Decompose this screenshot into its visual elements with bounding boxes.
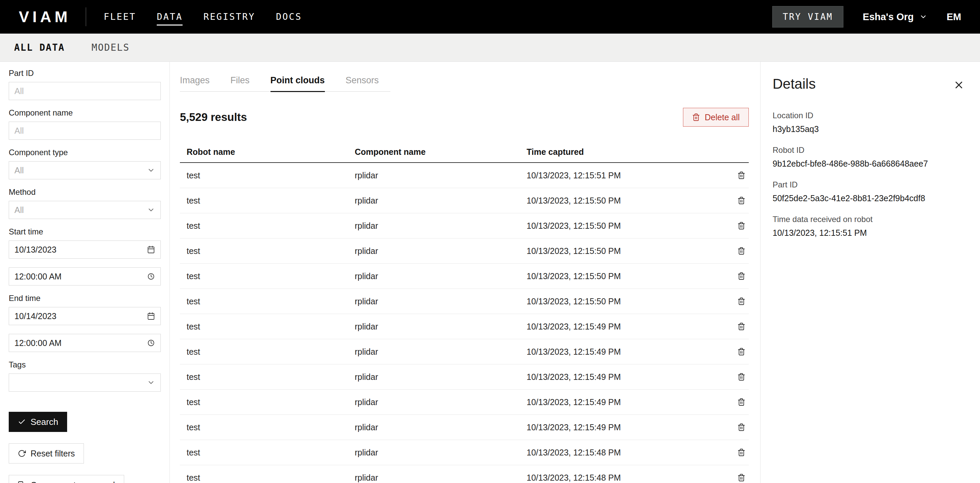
tags-select[interactable] <box>9 373 161 392</box>
cell-robot-name: test <box>186 422 355 432</box>
reset-filters-label: Reset filters <box>30 449 75 459</box>
component-type-select[interactable]: All <box>9 161 161 179</box>
table-row[interactable]: test rplidar 10/13/2023, 12:15:48 PM <box>180 440 749 465</box>
cell-robot-name: test <box>186 473 355 483</box>
table-row[interactable]: test rplidar 10/13/2023, 12:15:49 PM <box>180 364 749 390</box>
end-date-input[interactable]: 10/14/2023 <box>9 307 161 325</box>
search-button[interactable]: Search <box>9 412 67 432</box>
copy-export-command-button[interactable]: Copy export command <box>9 475 124 483</box>
table-row[interactable]: test rplidar 10/13/2023, 12:15:51 PM <box>180 163 749 188</box>
table-row[interactable]: test rplidar 10/13/2023, 12:15:50 PM <box>180 289 749 314</box>
trash-icon <box>737 322 745 330</box>
table-row[interactable]: test rplidar 10/13/2023, 12:15:50 PM <box>180 239 749 264</box>
tab-point-clouds[interactable]: Point clouds <box>270 75 325 92</box>
component-type-label: Component type <box>9 148 161 157</box>
trash-icon <box>737 398 745 406</box>
tab-all-data[interactable]: ALL DATA <box>14 42 65 53</box>
calendar-icon <box>147 245 155 253</box>
clock-icon <box>147 273 155 281</box>
trash-icon <box>737 222 745 230</box>
tab-sensors[interactable]: Sensors <box>346 75 379 92</box>
copy-icon <box>18 481 26 483</box>
delete-all-label: Delete all <box>705 113 740 122</box>
cell-time-captured: 10/13/2023, 12:15:49 PM <box>527 347 719 357</box>
tab-models[interactable]: MODELS <box>92 42 130 53</box>
row-delete-button[interactable] <box>734 218 749 233</box>
row-delete-button[interactable] <box>734 470 749 483</box>
cell-component-name: rplidar <box>355 448 527 457</box>
tab-images[interactable]: Images <box>180 75 210 92</box>
row-delete-button[interactable] <box>734 319 749 334</box>
delete-all-button[interactable]: Delete all <box>683 108 749 127</box>
tab-files[interactable]: Files <box>231 75 250 92</box>
cell-component-name: rplidar <box>355 397 527 407</box>
row-delete-button[interactable] <box>734 370 749 384</box>
row-delete-button[interactable] <box>734 395 749 410</box>
data-content: Images Files Point clouds Sensors 5,529 … <box>170 62 760 483</box>
column-robot-name: Robot name <box>186 147 355 157</box>
cell-time-captured: 10/13/2023, 12:15:50 PM <box>527 196 719 206</box>
table-row[interactable]: test rplidar 10/13/2023, 12:15:49 PM <box>180 415 749 440</box>
row-delete-button[interactable] <box>734 344 749 359</box>
row-delete-button[interactable] <box>734 294 749 309</box>
nav-item-fleet[interactable]: FLEET <box>104 8 136 26</box>
row-delete-button[interactable] <box>734 168 749 183</box>
row-delete-button[interactable] <box>734 420 749 435</box>
row-delete-button[interactable] <box>734 193 749 208</box>
reset-filters-button[interactable]: Reset filters <box>9 443 84 464</box>
end-time-input[interactable]: 12:00:00 AM <box>9 334 161 352</box>
filter-sidebar: Part ID Component name Component type Al… <box>0 62 170 483</box>
component-name-label: Component name <box>9 108 161 118</box>
try-viam-button[interactable]: TRY VIAM <box>772 6 843 27</box>
trash-icon <box>692 113 700 121</box>
nav-item-docs[interactable]: DOCS <box>276 8 302 26</box>
detail-value: h3yb135aq3 <box>773 124 967 134</box>
viam-logo[interactable]: VIAM <box>19 8 71 26</box>
close-details-button[interactable] <box>951 77 967 93</box>
table-row[interactable]: test rplidar 10/13/2023, 12:15:49 PM <box>180 339 749 364</box>
table-row[interactable]: test rplidar 10/13/2023, 12:15:49 PM <box>180 314 749 339</box>
detail-field-part-id: Part ID 50f25de2-5a3c-41e2-8b81-23e2f9b4… <box>773 180 967 203</box>
cell-component-name: rplidar <box>355 296 527 306</box>
part-id-input[interactable] <box>9 82 161 100</box>
cell-component-name: rplidar <box>355 347 527 357</box>
cell-component-name: rplidar <box>355 171 527 180</box>
table-row[interactable]: test rplidar 10/13/2023, 12:15:50 PM <box>180 213 749 239</box>
row-delete-button[interactable] <box>734 445 749 460</box>
search-button-label: Search <box>30 417 58 427</box>
cell-robot-name: test <box>186 246 355 256</box>
chevron-down-icon <box>147 166 155 174</box>
detail-label: Robot ID <box>773 145 967 155</box>
nav-item-registry[interactable]: REGISTRY <box>204 8 255 26</box>
table-row[interactable]: test rplidar 10/13/2023, 12:15:50 PM <box>180 188 749 213</box>
cell-time-captured: 10/13/2023, 12:15:49 PM <box>527 372 719 382</box>
component-type-value: All <box>14 166 24 175</box>
cell-robot-name: test <box>186 322 355 332</box>
method-select[interactable]: All <box>9 201 161 219</box>
trash-icon <box>737 297 745 305</box>
column-time-captured: Time captured <box>527 147 719 157</box>
cell-component-name: rplidar <box>355 473 527 483</box>
cell-robot-name: test <box>186 397 355 407</box>
check-icon <box>18 418 26 426</box>
table-row[interactable]: test rplidar 10/13/2023, 12:15:49 PM <box>180 390 749 415</box>
data-type-tabs: Images Files Point clouds Sensors <box>180 75 390 92</box>
row-delete-button[interactable] <box>734 244 749 258</box>
detail-label: Time data received on robot <box>773 215 967 224</box>
start-time-input[interactable]: 12:00:00 AM <box>9 267 161 285</box>
org-name: Esha's Org <box>863 11 914 22</box>
cell-robot-name: test <box>186 448 355 457</box>
detail-label: Location ID <box>773 111 967 120</box>
org-switcher[interactable]: Esha's Org <box>863 11 927 22</box>
detail-value: 50f25de2-5a3c-41e2-8b81-23e2f9b4cdf8 <box>773 193 967 203</box>
component-name-input[interactable] <box>9 121 161 140</box>
nav-item-data[interactable]: DATA <box>157 8 183 26</box>
column-component-name: Component name <box>355 147 527 157</box>
start-time-label: Start time <box>9 227 161 236</box>
table-row[interactable]: test rplidar 10/13/2023, 12:15:48 PM <box>180 465 749 483</box>
table-row[interactable]: test rplidar 10/13/2023, 12:15:50 PM <box>180 264 749 289</box>
start-date-input[interactable]: 10/13/2023 <box>9 241 161 259</box>
tags-label: Tags <box>9 360 161 370</box>
row-delete-button[interactable] <box>734 269 749 284</box>
avatar[interactable]: EM <box>947 11 961 22</box>
